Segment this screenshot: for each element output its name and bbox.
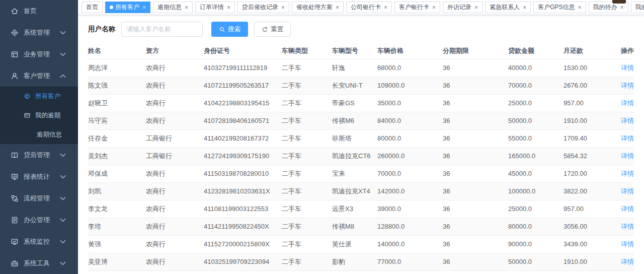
cell: 李文龙 (88, 200, 146, 218)
tab-12[interactable]: 我的流程× (631, 2, 644, 13)
tab-close-icon[interactable]: × (281, 5, 285, 11)
column-header-5: 车辆价格 (377, 43, 443, 59)
sidebar-item-9[interactable]: 系统工具 (0, 252, 78, 274)
tab-label: 贷后催收记录 (242, 3, 278, 12)
detail-link[interactable]: 详情 (621, 170, 634, 177)
sidebar-menu: 首页系统管理业务管理客户管理所有客户我的逾期逾期信息贷后管理报表统计流程管理办公… (0, 0, 78, 274)
detail-link[interactable]: 详情 (621, 64, 634, 72)
cell: 36 (443, 235, 508, 253)
detail-link[interactable]: 详情 (621, 258, 634, 265)
column-header-0: 姓名 (88, 43, 146, 59)
search-button[interactable]: 搜索 (211, 22, 248, 37)
sidebar-subitem-2[interactable]: 逾期信息 (0, 125, 78, 144)
sidebar-subitem-0[interactable]: 所有客户 (0, 87, 78, 106)
sidebar-item-label: 业务管理 (24, 50, 50, 59)
tab-close-icon[interactable]: × (620, 5, 624, 11)
tab-close-icon[interactable]: × (185, 5, 188, 11)
sidebar-item-2[interactable]: 业务管理 (0, 43, 78, 65)
tab-5[interactable]: 催收处理方案× (292, 2, 344, 13)
sidebar-item-5[interactable]: 报表统计 (0, 166, 78, 187)
circle-c-icon (24, 93, 31, 100)
cell: 100000.0 (508, 182, 564, 200)
sidebar-item-7[interactable]: 办公管理 (0, 209, 78, 231)
cell: 农商行 (146, 165, 204, 182)
table-row: 黄强农商行41152720000215809X二手车英仕派140000.0369… (88, 235, 634, 253)
detail-link[interactable]: 详情 (621, 187, 634, 195)
main-area: 首页所有客户×逾期信息×订单详情×贷后催收记录×催收处理方案×公司银行卡×客户银… (78, 0, 644, 274)
cell: 39000.0 (377, 200, 443, 218)
cell: 109000.0 (377, 77, 443, 94)
sidebar-item-0[interactable]: 首页 (0, 0, 78, 22)
sidebar-item-label: 客户管理 (24, 72, 50, 81)
cell: 35000.0 (377, 94, 443, 112)
tab-close-icon[interactable]: × (523, 5, 526, 11)
tool-icon (11, 259, 19, 267)
chevron-down-icon (59, 238, 67, 246)
cell: 36 (443, 218, 508, 235)
table-row: 李文龙农商行411081199003122553二手车远景X339000.036… (88, 200, 634, 218)
tab-close-icon[interactable]: × (474, 5, 478, 11)
tab-8[interactable]: 外访记录× (443, 2, 482, 13)
detail-link[interactable]: 详情 (621, 134, 634, 142)
tab-6[interactable]: 公司银行卡× (346, 2, 392, 13)
action-cell: 详情 (614, 165, 634, 182)
cell: 周志洋 (88, 59, 146, 77)
cell (332, 270, 377, 274)
cell: 二手车 (282, 147, 332, 165)
cell: 410325199709223094 (204, 253, 282, 270)
chevron-down-icon (59, 259, 67, 267)
detail-link[interactable]: 详情 (621, 117, 634, 124)
detail-link[interactable]: 详情 (621, 152, 634, 160)
tab-0[interactable]: 首页 (82, 2, 103, 13)
tab-10[interactable]: 客户GPS信息× (533, 2, 586, 13)
sidebar-item-6[interactable]: 流程管理 (0, 187, 78, 209)
action-cell: 详情 (614, 200, 634, 218)
search-input[interactable] (121, 22, 203, 37)
tab-label: 紧急联系人 (490, 3, 520, 12)
tab-9[interactable]: 紧急联系人× (485, 2, 531, 13)
tab-label: 订单详情 (200, 3, 224, 12)
cell: 1530.00 (564, 59, 614, 77)
sidebar-item-label: 报表统计 (24, 172, 50, 181)
tab-close-icon[interactable]: × (384, 5, 387, 11)
cell: 1910.00 (564, 112, 614, 129)
sidebar-submenu: 所有客户我的逾期逾期信息 (0, 87, 78, 144)
sidebar-item-1[interactable]: 系统管理 (0, 22, 78, 43)
tab-label: 客户GPS信息 (538, 3, 575, 12)
cell: 128800.0 (377, 218, 443, 235)
cell: 赵晓卫 (88, 94, 146, 112)
tab-7[interactable]: 客户银行卡× (394, 2, 440, 13)
tab-close-icon[interactable]: × (432, 5, 436, 11)
reset-button[interactable]: 重置 (254, 22, 291, 37)
detail-link[interactable]: 详情 (621, 99, 634, 107)
sidebar-item-3[interactable]: 客户管理 (0, 65, 78, 87)
action-cell: 详情 (614, 218, 634, 235)
tab-1[interactable]: 所有客户× (105, 2, 150, 13)
tab-3[interactable]: 订单详情× (195, 2, 235, 13)
tab-2[interactable]: 逾期信息× (153, 2, 193, 13)
sidebar-item-4[interactable]: 贷后管理 (0, 144, 78, 166)
chevron-down-icon (59, 194, 67, 202)
table-row: 任存金工商银行411402199208167372二手车菲斯塔80000.036… (88, 129, 634, 147)
cell: 36 (443, 253, 508, 270)
sidebar-subitem-1[interactable]: 我的逾期 (0, 106, 78, 125)
tab-close-icon[interactable]: × (227, 5, 230, 11)
tab-label: 公司银行卡 (351, 3, 381, 12)
tab-close-icon[interactable]: × (142, 5, 146, 11)
tab-close-icon[interactable]: × (578, 5, 581, 11)
detail-link[interactable]: 详情 (621, 82, 634, 89)
detail-link[interactable]: 详情 (621, 240, 634, 248)
tab-label: 我的流程 (635, 3, 644, 12)
cell: 农商行 (146, 182, 204, 200)
cell: 邓保成 (88, 165, 146, 182)
chevron-up-icon (59, 72, 67, 80)
cell: 农商行 (146, 253, 204, 270)
cell: 二手车 (282, 129, 332, 147)
cell: 36 (443, 77, 508, 94)
detail-link[interactable]: 详情 (621, 205, 634, 213)
tab-4[interactable]: 贷后催收记录× (237, 2, 289, 13)
cell: 轩逸 (332, 59, 377, 77)
sidebar-item-8[interactable]: 系统监控 (0, 231, 78, 252)
tab-close-icon[interactable]: × (336, 5, 339, 11)
detail-link[interactable]: 详情 (621, 223, 634, 230)
